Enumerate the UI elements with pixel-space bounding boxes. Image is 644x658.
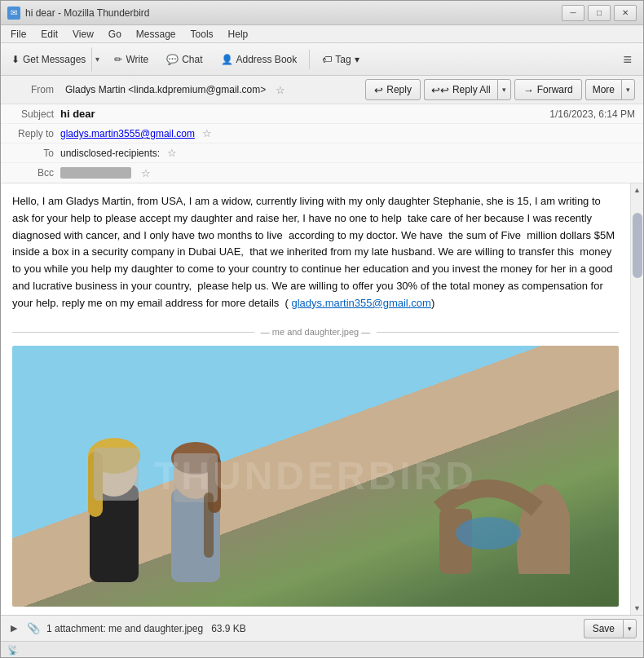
- chat-label: Chat: [182, 54, 202, 65]
- toolbar: ⬇ Get Messages ▾ ✏ Write 💬 Chat 👤 Addres…: [1, 43, 643, 76]
- forward-label: Forward: [537, 84, 573, 95]
- email-photo: THUNDERBIRD: [12, 346, 619, 607]
- reply-all-icon: ↩↩: [431, 84, 449, 96]
- subject-value: hi dear: [60, 108, 549, 120]
- reply-label: Reply: [386, 84, 412, 95]
- write-icon: ✏: [114, 54, 122, 65]
- title-bar: ✉ hi dear - Mozilla Thunderbird ─ □ ✕: [1, 1, 643, 25]
- save-arrow[interactable]: ▾: [623, 619, 637, 638]
- attachment-bar: ▶ 📎 1 attachment: me and daughter.jpeg 6…: [1, 615, 643, 641]
- svg-point-2: [456, 517, 521, 550]
- chat-icon: 💬: [166, 54, 179, 65]
- from-label: From: [9, 84, 54, 95]
- title-bar-left: ✉ hi dear - Mozilla Thunderbird: [7, 7, 150, 20]
- save-btn-group: Save ▾: [584, 619, 637, 638]
- menu-help[interactable]: Help: [222, 27, 255, 42]
- reply-to-link[interactable]: gladys.martin3555@gmail.com: [60, 128, 195, 139]
- reply-to-star[interactable]: ☆: [202, 127, 212, 139]
- tag-icon: 🏷: [322, 54, 332, 65]
- save-button[interactable]: Save: [584, 619, 623, 638]
- reply-to-value: gladys.martin3555@gmail.com ☆: [60, 127, 635, 139]
- get-messages-label: Get Messages: [23, 54, 86, 65]
- menu-bar: File Edit View Go Message Tools Help: [1, 25, 643, 43]
- scrollbar[interactable]: ▲ ▼: [630, 183, 643, 615]
- scroll-up-button[interactable]: ▲: [631, 183, 644, 197]
- attachment-count: 1 attachment: me and daughter.jpeg: [46, 623, 203, 634]
- address-book-button[interactable]: 👤 Address Book: [214, 47, 305, 72]
- menu-edit[interactable]: Edit: [34, 27, 64, 42]
- svg-rect-7: [94, 448, 139, 501]
- toolbar-separator: [309, 50, 310, 69]
- to-value: undisclosed-recipients: ☆: [60, 147, 635, 159]
- attachment-expand-button[interactable]: ▶: [7, 621, 20, 635]
- chat-button[interactable]: 💬 Chat: [159, 47, 210, 72]
- get-messages-btn-group: ⬇ Get Messages ▾: [6, 47, 104, 72]
- bcc-value: ☆: [60, 167, 635, 179]
- app-icon: ✉: [7, 7, 20, 20]
- get-messages-button[interactable]: ⬇ Get Messages: [6, 47, 91, 72]
- write-button[interactable]: ✏ Write: [107, 47, 156, 72]
- subject-row: Subject hi dear 1/16/2023, 6:14 PM: [1, 104, 643, 124]
- bcc-row: Bcc ☆: [1, 163, 643, 183]
- more-btn-group: More ▾: [585, 79, 635, 100]
- maximize-button[interactable]: □: [588, 5, 611, 21]
- bcc-blurred: [60, 167, 131, 179]
- window-title: hi dear - Mozilla Thunderbird: [25, 7, 150, 19]
- more-label: More: [593, 84, 615, 95]
- reply-to-label: Reply to: [9, 128, 54, 139]
- write-label: Write: [126, 54, 148, 65]
- window-controls: ─ □ ✕: [562, 5, 637, 21]
- attachment-text: 1 attachment: me and daughter.jpeg 63.9 …: [46, 623, 577, 634]
- email-link[interactable]: gladys.martin355@gmail.com: [291, 297, 430, 309]
- status-bar: 📡: [1, 641, 643, 658]
- email-body-text: Hello, I am Gladys Martin, from USA, I a…: [12, 193, 619, 312]
- menu-go[interactable]: Go: [102, 27, 128, 42]
- tag-label: Tag: [335, 54, 351, 65]
- email-header: From Gladys Martin <linda.kdpremium@gmai…: [1, 76, 643, 183]
- reply-icon: ↩: [374, 84, 383, 96]
- attachment-separator: — me and daughter.jpeg —: [12, 325, 619, 340]
- forward-icon: →: [523, 84, 534, 96]
- address-book-label: Address Book: [236, 54, 298, 65]
- minimize-button[interactable]: ─: [562, 5, 584, 21]
- menu-view[interactable]: View: [66, 27, 100, 42]
- attachment-size: 63.9 KB: [211, 623, 246, 634]
- bcc-label: Bcc: [9, 167, 54, 179]
- from-value: Gladys Martin <linda.kdpremium@gmail.com…: [65, 84, 266, 95]
- main-area: From Gladys Martin <linda.kdpremium@gmai…: [1, 76, 643, 658]
- reply-to-row: Reply to gladys.martin3555@gmail.com ☆: [1, 124, 643, 144]
- more-button[interactable]: More: [585, 79, 621, 100]
- reply-button[interactable]: ↩ Reply: [365, 79, 421, 100]
- subject-label: Subject: [9, 108, 54, 120]
- get-messages-arrow[interactable]: ▾: [91, 47, 104, 72]
- status-icon: 📡: [7, 645, 19, 656]
- toolbar-menu-button[interactable]: ≡: [616, 49, 638, 70]
- email-content: Hello, I am Gladys Martin, from USA, I a…: [1, 183, 630, 615]
- address-book-icon: 👤: [221, 54, 233, 65]
- reply-all-arrow[interactable]: ▾: [497, 79, 511, 100]
- email-date: 1/16/2023, 6:14 PM: [549, 108, 635, 120]
- attachment-icon: 📎: [27, 622, 40, 634]
- to-row: To undisclosed-recipients: ☆: [1, 144, 643, 163]
- bcc-star[interactable]: ☆: [141, 167, 151, 179]
- attachment-separator-text: — me and daughter.jpeg —: [261, 325, 371, 340]
- from-star-icon[interactable]: ☆: [276, 84, 285, 96]
- menu-message[interactable]: Message: [130, 27, 183, 42]
- tag-arrow-icon: ▾: [355, 54, 359, 65]
- to-star[interactable]: ☆: [167, 147, 177, 159]
- photo-watermark: THUNDERBIRD: [154, 445, 477, 508]
- menu-tools[interactable]: Tools: [184, 27, 220, 42]
- scroll-thumb[interactable]: [633, 213, 642, 278]
- close-button[interactable]: ✕: [614, 5, 637, 21]
- forward-button[interactable]: → Forward: [514, 79, 582, 100]
- email-content-wrapper: Hello, I am Gladys Martin, from USA, I a…: [1, 183, 643, 615]
- menu-file[interactable]: File: [4, 27, 33, 42]
- reply-all-label: Reply All: [452, 84, 491, 95]
- reply-all-btn-group: ↩↩ Reply All ▾: [424, 79, 511, 100]
- get-messages-icon: ⬇: [11, 54, 20, 65]
- reply-all-button[interactable]: ↩↩ Reply All: [424, 79, 497, 100]
- more-arrow[interactable]: ▾: [621, 79, 635, 100]
- scroll-down-button[interactable]: ▼: [631, 602, 644, 615]
- tag-button[interactable]: 🏷 Tag ▾: [315, 47, 366, 72]
- to-label: To: [9, 148, 54, 159]
